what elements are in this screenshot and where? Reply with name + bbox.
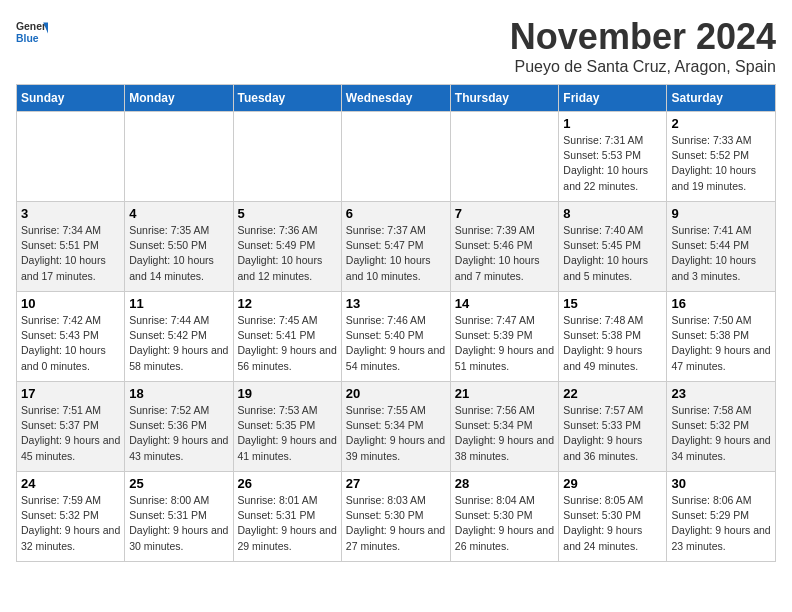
cell-3-7: 16Sunrise: 7:50 AM Sunset: 5:38 PM Dayli…	[667, 292, 776, 382]
cell-detail: Sunrise: 7:34 AM Sunset: 5:51 PM Dayligh…	[21, 223, 120, 284]
week-row-4: 24Sunrise: 7:59 AM Sunset: 5:32 PM Dayli…	[17, 472, 776, 562]
cell-1-3	[233, 112, 341, 202]
day-number: 20	[346, 386, 446, 401]
cell-detail: Sunrise: 7:46 AM Sunset: 5:40 PM Dayligh…	[346, 313, 446, 374]
cell-1-5	[450, 112, 559, 202]
cell-detail: Sunrise: 7:51 AM Sunset: 5:37 PM Dayligh…	[21, 403, 120, 464]
week-row-1: 3Sunrise: 7:34 AM Sunset: 5:51 PM Daylig…	[17, 202, 776, 292]
day-number: 17	[21, 386, 120, 401]
cell-detail: Sunrise: 7:57 AM Sunset: 5:33 PM Dayligh…	[563, 403, 662, 464]
cell-3-6: 15Sunrise: 7:48 AM Sunset: 5:38 PM Dayli…	[559, 292, 667, 382]
day-number: 15	[563, 296, 662, 311]
cell-detail: Sunrise: 7:52 AM Sunset: 5:36 PM Dayligh…	[129, 403, 228, 464]
day-number: 6	[346, 206, 446, 221]
cell-1-4	[341, 112, 450, 202]
cell-2-2: 4Sunrise: 7:35 AM Sunset: 5:50 PM Daylig…	[125, 202, 233, 292]
day-number: 10	[21, 296, 120, 311]
cell-1-2	[125, 112, 233, 202]
day-number: 30	[671, 476, 771, 491]
day-number: 27	[346, 476, 446, 491]
cell-detail: Sunrise: 8:01 AM Sunset: 5:31 PM Dayligh…	[238, 493, 337, 554]
cell-detail: Sunrise: 8:05 AM Sunset: 5:30 PM Dayligh…	[563, 493, 662, 554]
day-number: 2	[671, 116, 771, 131]
cell-2-4: 6Sunrise: 7:37 AM Sunset: 5:47 PM Daylig…	[341, 202, 450, 292]
month-title: November 2024	[510, 16, 776, 58]
cell-detail: Sunrise: 7:45 AM Sunset: 5:41 PM Dayligh…	[238, 313, 337, 374]
cell-4-4: 20Sunrise: 7:55 AM Sunset: 5:34 PM Dayli…	[341, 382, 450, 472]
day-number: 11	[129, 296, 228, 311]
cell-detail: Sunrise: 7:47 AM Sunset: 5:39 PM Dayligh…	[455, 313, 555, 374]
logo: General Blue	[16, 16, 48, 48]
cell-detail: Sunrise: 7:33 AM Sunset: 5:52 PM Dayligh…	[671, 133, 771, 194]
cell-2-5: 7Sunrise: 7:39 AM Sunset: 5:46 PM Daylig…	[450, 202, 559, 292]
day-number: 9	[671, 206, 771, 221]
day-number: 25	[129, 476, 228, 491]
day-number: 14	[455, 296, 555, 311]
cell-detail: Sunrise: 7:55 AM Sunset: 5:34 PM Dayligh…	[346, 403, 446, 464]
cell-5-2: 25Sunrise: 8:00 AM Sunset: 5:31 PM Dayli…	[125, 472, 233, 562]
header-row: SundayMondayTuesdayWednesdayThursdayFrid…	[17, 85, 776, 112]
day-number: 24	[21, 476, 120, 491]
cell-detail: Sunrise: 7:48 AM Sunset: 5:38 PM Dayligh…	[563, 313, 662, 374]
cell-detail: Sunrise: 7:39 AM Sunset: 5:46 PM Dayligh…	[455, 223, 555, 284]
cell-detail: Sunrise: 8:06 AM Sunset: 5:29 PM Dayligh…	[671, 493, 771, 554]
title-area: November 2024 Pueyo de Santa Cruz, Arago…	[510, 16, 776, 76]
cell-detail: Sunrise: 7:37 AM Sunset: 5:47 PM Dayligh…	[346, 223, 446, 284]
day-number: 4	[129, 206, 228, 221]
col-header-sunday: Sunday	[17, 85, 125, 112]
day-number: 5	[238, 206, 337, 221]
day-number: 22	[563, 386, 662, 401]
cell-4-5: 21Sunrise: 7:56 AM Sunset: 5:34 PM Dayli…	[450, 382, 559, 472]
cell-3-5: 14Sunrise: 7:47 AM Sunset: 5:39 PM Dayli…	[450, 292, 559, 382]
week-row-2: 10Sunrise: 7:42 AM Sunset: 5:43 PM Dayli…	[17, 292, 776, 382]
cell-1-7: 2Sunrise: 7:33 AM Sunset: 5:52 PM Daylig…	[667, 112, 776, 202]
logo-icon: General Blue	[16, 16, 48, 48]
cell-3-3: 12Sunrise: 7:45 AM Sunset: 5:41 PM Dayli…	[233, 292, 341, 382]
svg-text:General: General	[16, 21, 48, 32]
day-number: 19	[238, 386, 337, 401]
cell-3-4: 13Sunrise: 7:46 AM Sunset: 5:40 PM Dayli…	[341, 292, 450, 382]
cell-3-2: 11Sunrise: 7:44 AM Sunset: 5:42 PM Dayli…	[125, 292, 233, 382]
cell-1-1	[17, 112, 125, 202]
cell-detail: Sunrise: 7:40 AM Sunset: 5:45 PM Dayligh…	[563, 223, 662, 284]
day-number: 23	[671, 386, 771, 401]
cell-detail: Sunrise: 7:50 AM Sunset: 5:38 PM Dayligh…	[671, 313, 771, 374]
cell-2-3: 5Sunrise: 7:36 AM Sunset: 5:49 PM Daylig…	[233, 202, 341, 292]
cell-detail: Sunrise: 8:03 AM Sunset: 5:30 PM Dayligh…	[346, 493, 446, 554]
cell-5-6: 29Sunrise: 8:05 AM Sunset: 5:30 PM Dayli…	[559, 472, 667, 562]
cell-detail: Sunrise: 8:04 AM Sunset: 5:30 PM Dayligh…	[455, 493, 555, 554]
location-title: Pueyo de Santa Cruz, Aragon, Spain	[510, 58, 776, 76]
cell-2-7: 9Sunrise: 7:41 AM Sunset: 5:44 PM Daylig…	[667, 202, 776, 292]
cell-detail: Sunrise: 7:42 AM Sunset: 5:43 PM Dayligh…	[21, 313, 120, 374]
cell-detail: Sunrise: 7:59 AM Sunset: 5:32 PM Dayligh…	[21, 493, 120, 554]
cell-detail: Sunrise: 7:31 AM Sunset: 5:53 PM Dayligh…	[563, 133, 662, 194]
day-number: 1	[563, 116, 662, 131]
cell-3-1: 10Sunrise: 7:42 AM Sunset: 5:43 PM Dayli…	[17, 292, 125, 382]
day-number: 7	[455, 206, 555, 221]
cell-4-6: 22Sunrise: 7:57 AM Sunset: 5:33 PM Dayli…	[559, 382, 667, 472]
cell-4-1: 17Sunrise: 7:51 AM Sunset: 5:37 PM Dayli…	[17, 382, 125, 472]
col-header-monday: Monday	[125, 85, 233, 112]
cell-4-7: 23Sunrise: 7:58 AM Sunset: 5:32 PM Dayli…	[667, 382, 776, 472]
cell-4-2: 18Sunrise: 7:52 AM Sunset: 5:36 PM Dayli…	[125, 382, 233, 472]
cell-detail: Sunrise: 7:53 AM Sunset: 5:35 PM Dayligh…	[238, 403, 337, 464]
cell-detail: Sunrise: 7:58 AM Sunset: 5:32 PM Dayligh…	[671, 403, 771, 464]
day-number: 21	[455, 386, 555, 401]
calendar-table: SundayMondayTuesdayWednesdayThursdayFrid…	[16, 84, 776, 562]
cell-detail: Sunrise: 7:56 AM Sunset: 5:34 PM Dayligh…	[455, 403, 555, 464]
day-number: 18	[129, 386, 228, 401]
day-number: 16	[671, 296, 771, 311]
week-row-3: 17Sunrise: 7:51 AM Sunset: 5:37 PM Dayli…	[17, 382, 776, 472]
cell-1-6: 1Sunrise: 7:31 AM Sunset: 5:53 PM Daylig…	[559, 112, 667, 202]
cell-detail: Sunrise: 8:00 AM Sunset: 5:31 PM Dayligh…	[129, 493, 228, 554]
header: General Blue November 2024 Pueyo de Sant…	[16, 16, 776, 76]
cell-5-7: 30Sunrise: 8:06 AM Sunset: 5:29 PM Dayli…	[667, 472, 776, 562]
cell-detail: Sunrise: 7:41 AM Sunset: 5:44 PM Dayligh…	[671, 223, 771, 284]
day-number: 13	[346, 296, 446, 311]
cell-2-1: 3Sunrise: 7:34 AM Sunset: 5:51 PM Daylig…	[17, 202, 125, 292]
col-header-tuesday: Tuesday	[233, 85, 341, 112]
cell-4-3: 19Sunrise: 7:53 AM Sunset: 5:35 PM Dayli…	[233, 382, 341, 472]
day-number: 3	[21, 206, 120, 221]
day-number: 12	[238, 296, 337, 311]
day-number: 8	[563, 206, 662, 221]
